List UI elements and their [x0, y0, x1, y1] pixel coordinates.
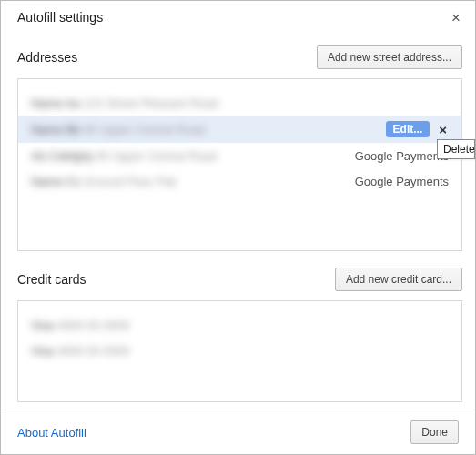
add-address-button[interactable]: Add new street address...	[317, 46, 462, 69]
addresses-heading: Addresses	[17, 50, 77, 65]
address-text: Name Cc Ground Floor Flat	[31, 175, 355, 188]
addresses-list: Name Aa 123 Street Pleasant Road Name Bb…	[17, 78, 462, 251]
spacer	[17, 402, 475, 410]
address-row[interactable]: Ab Cdefghij 45 Upper Central Road Google…	[18, 143, 461, 168]
dialog-title: Autofill settings	[17, 10, 103, 25]
cards-heading: Credit cards	[17, 272, 86, 287]
cards-list: Visa 4000 00 0000 Visa 4000 00 0000	[17, 300, 462, 402]
address-text: Ab Cdefghij 45 Upper Central Road	[31, 149, 355, 163]
autofill-dialog: Autofill settings × Addresses Add new st…	[0, 0, 476, 455]
address-row[interactable]: Name Aa 123 Street Pleasant Road	[18, 90, 461, 116]
done-button[interactable]: Done	[410, 420, 459, 444]
card-text: Visa 4000 00 0000	[31, 318, 449, 332]
card-row[interactable]: Visa 4000 00 0000	[18, 338, 461, 363]
edit-address-button[interactable]: Edit...	[386, 121, 430, 137]
add-card-button[interactable]: Add new credit card...	[335, 268, 462, 291]
spacer	[18, 363, 461, 390]
cards-header: Credit cards Add new credit card...	[17, 268, 462, 291]
card-text: Visa 4000 00 0000	[31, 344, 449, 358]
about-autofill-link[interactable]: About Autofill	[17, 426, 86, 440]
card-row[interactable]: Visa 4000 00 0000	[18, 312, 461, 338]
dialog-body-scroll[interactable]: Addresses Add new street address... Name…	[1, 29, 475, 410]
dialog-header: Autofill settings ×	[1, 1, 475, 29]
delete-tooltip: Delete t	[437, 139, 475, 159]
address-row[interactable]: Name Bb 45 Upper Central Road Edit... ×	[18, 116, 461, 143]
address-source: Google Payments	[355, 149, 449, 163]
dialog-footer: About Autofill Done	[1, 410, 475, 454]
address-row[interactable]: Name Cc Ground Floor Flat Google Payment…	[18, 168, 461, 194]
address-text: Name Bb 45 Upper Central Road	[31, 123, 386, 136]
close-icon[interactable]: ×	[450, 10, 462, 25]
delete-address-icon[interactable]: ×	[437, 122, 449, 137]
address-text: Name Aa 123 Street Pleasant Road	[31, 96, 449, 110]
spacer	[18, 194, 461, 239]
address-source: Google Payments	[355, 175, 449, 188]
addresses-header: Addresses Add new street address...	[17, 46, 462, 69]
